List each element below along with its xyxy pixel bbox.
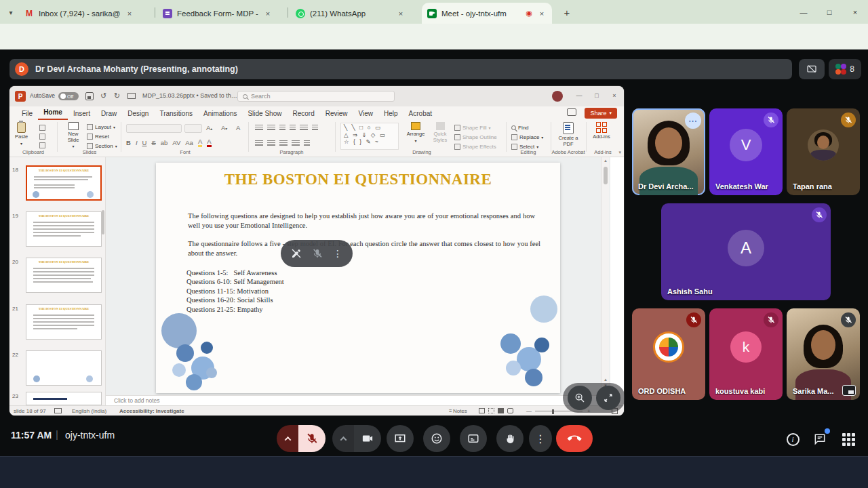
ppt-account-avatar[interactable]	[552, 91, 563, 102]
tab-draw[interactable]: Draw	[96, 108, 122, 120]
comments-icon[interactable]	[567, 108, 576, 116]
tab-help[interactable]: Help	[378, 108, 403, 120]
tab-record[interactable]: Record	[287, 108, 319, 120]
tile-venkatesh[interactable]: V Venkatesh War	[709, 108, 783, 195]
close-icon[interactable]: ×	[537, 9, 547, 18]
tab-search-button[interactable]: ▾	[4, 6, 18, 18]
format-painter-icon[interactable]	[39, 142, 45, 148]
activities-button[interactable]	[840, 430, 857, 448]
reactions-button[interactable]	[423, 425, 450, 452]
justify-icon[interactable]	[292, 140, 300, 146]
slide-thumbnail-22[interactable]	[26, 350, 102, 386]
undo-icon[interactable]: ↺	[100, 92, 106, 100]
shadow-button[interactable]: ab	[161, 139, 168, 146]
window-minimize-button[interactable]: —	[791, 0, 816, 24]
annotation-board-off-button[interactable]	[799, 59, 825, 79]
save-icon[interactable]	[85, 92, 94, 100]
zoom-out-button[interactable]: —	[526, 408, 532, 414]
new-tab-button[interactable]: +	[560, 5, 574, 19]
slide-thumbnail-19[interactable]: THE BOSTON EI QUESTIONNAIRE	[26, 211, 102, 247]
mic-options-chevron[interactable]	[277, 425, 298, 452]
char-spacing-button[interactable]: AV	[172, 139, 180, 146]
ppt-search-box[interactable]: Search	[237, 91, 395, 102]
strikethrough-button[interactable]: S	[151, 139, 155, 146]
tab-file[interactable]: File	[16, 108, 38, 120]
layout-button[interactable]: Layout▾	[87, 124, 115, 130]
reset-button[interactable]: Reset	[87, 134, 109, 140]
tile-ord-odisha[interactable]: ORD ODISHA	[632, 308, 705, 400]
window-close-button[interactable]: ×	[842, 0, 868, 24]
captions-button[interactable]	[460, 425, 487, 452]
notes-area[interactable]: Click to add notes	[106, 395, 610, 405]
numbering-icon[interactable]	[267, 125, 275, 131]
slide-thumbnail-20[interactable]: THE BOSTON EI QUESTIONNAIRE	[26, 258, 102, 293]
zoom-in-overlay-button[interactable]	[568, 386, 592, 410]
bullets-icon[interactable]	[255, 125, 263, 131]
font-color-button[interactable]: A	[207, 138, 211, 147]
tab-gmail[interactable]: M Inbox (7,924) - sarika@jaipurian ×	[19, 3, 153, 24]
tab-transitions[interactable]: Transitions	[154, 108, 198, 120]
highlight-color-button[interactable]: A	[198, 138, 202, 147]
tile-ashish[interactable]: A Ashish Sahu	[661, 203, 831, 300]
redo-icon[interactable]: ↻	[114, 92, 120, 100]
chat-button[interactable]	[811, 430, 829, 448]
copy-icon[interactable]	[39, 134, 45, 140]
notes-toggle[interactable]: ≡ Notes	[449, 408, 467, 414]
indent-decrease-icon[interactable]	[279, 125, 285, 131]
italic-button[interactable]: I	[136, 139, 138, 146]
overlay-more-icon[interactable]: ⋮	[333, 248, 342, 259]
font-size-box[interactable]	[184, 124, 202, 133]
thumbnail-scrollbar[interactable]	[102, 210, 104, 235]
columns-icon[interactable]	[304, 140, 310, 146]
close-icon[interactable]: ×	[396, 9, 406, 18]
section-button[interactable]: Section▾	[87, 143, 117, 149]
replace-button[interactable]: Replace▾	[511, 134, 543, 140]
camera-button[interactable]	[354, 425, 381, 452]
end-call-button[interactable]	[556, 425, 593, 452]
mic-muted-indicator-icon[interactable]	[312, 248, 323, 259]
autosave-toggle[interactable]: Off	[58, 92, 79, 100]
close-icon[interactable]: ×	[263, 9, 273, 18]
mic-muted-button[interactable]	[298, 425, 326, 452]
align-right-icon[interactable]	[279, 140, 288, 146]
slide-vertical-scrollbar[interactable]: ▲ ▲ ▼ ▼	[601, 157, 609, 395]
font-name-box[interactable]	[126, 124, 182, 133]
slide-thumbnail-18[interactable]: THE BOSTON EI QUESTIONNAIRE	[26, 165, 102, 201]
addins-button[interactable]: Add-ins	[590, 122, 613, 140]
tab-insert[interactable]: Insert	[68, 108, 96, 120]
window-restore-button[interactable]: □	[816, 0, 842, 24]
tile-koustuva[interactable]: k koustuva kabi	[709, 308, 783, 400]
tab-home[interactable]: Home	[38, 106, 68, 120]
participants-count-chip[interactable]: 8	[829, 59, 861, 79]
annotation-pen-off-button[interactable]	[291, 248, 302, 259]
accessibility-status[interactable]: Accessibility: Investigate	[119, 408, 184, 414]
raise-hand-button[interactable]	[496, 425, 524, 452]
tab-acrobat[interactable]: Acrobat	[403, 108, 437, 120]
display-settings-icon[interactable]	[54, 408, 62, 413]
ppt-share-button[interactable]: Share ▾	[585, 108, 617, 119]
text-direction-icon[interactable]	[312, 125, 318, 131]
arrange-button[interactable]: Arrange ▾	[404, 122, 427, 144]
tab-view[interactable]: View	[353, 108, 379, 120]
zoom-slider-thumb[interactable]	[552, 409, 554, 414]
create-pdf-button[interactable]: Create a PDF	[556, 122, 580, 147]
tile-tapan[interactable]: Tapan rana	[787, 108, 860, 195]
tab-slide-show[interactable]: Slide Show	[242, 108, 287, 120]
tab-whatsapp[interactable]: (211) WhatsApp ×	[290, 3, 418, 24]
new-slide-button[interactable]: New Slide ▾	[62, 122, 84, 149]
align-left-icon[interactable]	[255, 140, 263, 146]
grow-font-icon[interactable]: A▴	[206, 124, 212, 131]
change-case-button[interactable]: Aa	[185, 139, 193, 146]
slide-thumbnail-21[interactable]: THE BOSTON EI QUESTIONNAIRE	[26, 304, 102, 340]
shrink-font-icon[interactable]: A▾	[221, 124, 227, 131]
shape-outline-button[interactable]: Shape Outline	[454, 134, 497, 140]
bold-button[interactable]: B	[126, 139, 131, 146]
shape-fill-button[interactable]: Shape Fill▾	[454, 125, 491, 131]
tab-forms[interactable]: Feedback Form- MDP - Google ×	[157, 3, 286, 24]
more-options-button[interactable]: ⋮	[529, 425, 552, 452]
cut-icon[interactable]	[39, 125, 45, 131]
ppt-close-button[interactable]: ×	[606, 86, 623, 105]
ppt-restore-button[interactable]: □	[589, 86, 605, 105]
clear-format-icon[interactable]: A	[236, 124, 240, 131]
present-button[interactable]	[387, 425, 414, 452]
